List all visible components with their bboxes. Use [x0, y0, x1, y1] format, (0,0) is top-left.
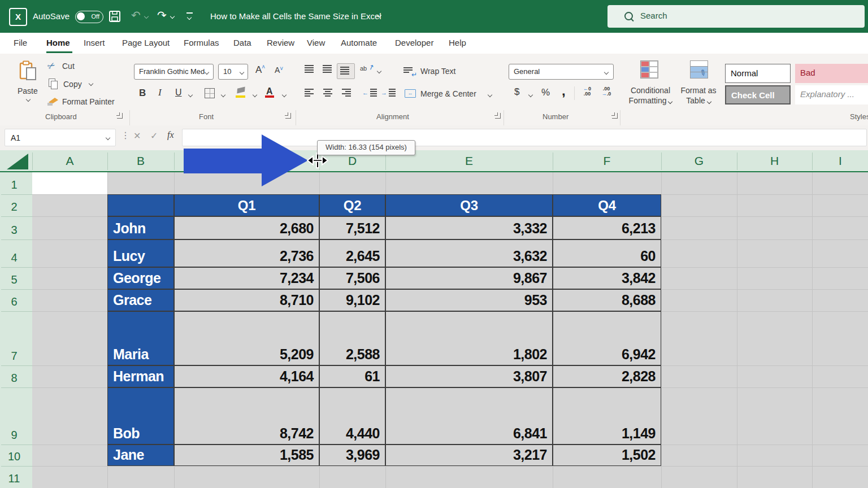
- cell-F10[interactable]: 1,502: [553, 445, 661, 466]
- cell-B8[interactable]: Herman: [107, 365, 174, 387]
- row-header-7[interactable]: 7: [0, 311, 28, 365]
- cell-C9[interactable]: 8,742: [174, 387, 319, 445]
- borders-icon[interactable]: [205, 88, 215, 98]
- cell-D6[interactable]: 9,102: [319, 289, 385, 311]
- align-left-icon[interactable]: [305, 89, 315, 97]
- cell-F7[interactable]: 6,942: [553, 311, 661, 365]
- alignment-dialog-launcher-icon[interactable]: [495, 113, 501, 119]
- copy-button[interactable]: Copy: [63, 80, 82, 89]
- select-all-button[interactable]: [7, 154, 28, 169]
- cell-E3[interactable]: 3,332: [385, 216, 553, 239]
- cancel-icon[interactable]: ✕: [133, 130, 141, 141]
- wrap-text-icon[interactable]: [403, 67, 414, 73]
- cell-C2[interactable]: Q1: [174, 194, 319, 216]
- cell-F9[interactable]: 1,149: [553, 387, 661, 445]
- column-header-F[interactable]: F: [553, 150, 661, 171]
- row-header-3[interactable]: 3: [0, 216, 28, 239]
- name-box[interactable]: A1: [5, 129, 116, 146]
- cell-F3[interactable]: 6,213: [553, 216, 661, 239]
- cell-C5[interactable]: 7,234: [174, 267, 319, 289]
- cell-B3[interactable]: John: [107, 216, 174, 239]
- row-header-8[interactable]: 8: [0, 365, 28, 387]
- column-header-A[interactable]: A: [32, 150, 107, 171]
- currency-button[interactable]: $: [514, 86, 519, 98]
- search-input[interactable]: Search: [607, 5, 865, 28]
- cell-C4[interactable]: 2,736: [174, 239, 319, 267]
- increase-decimal-icon[interactable]: ←0.00: [580, 86, 594, 97]
- bold-button[interactable]: B: [139, 88, 146, 99]
- increase-font-size-icon[interactable]: A˄: [255, 64, 265, 76]
- cell-E2[interactable]: Q3: [385, 194, 553, 216]
- tab-developer[interactable]: Developer: [395, 33, 433, 53]
- decrease-indent-icon[interactable]: [367, 89, 377, 97]
- cell-C3[interactable]: 2,680: [174, 216, 319, 239]
- conditional-formatting-button[interactable]: Conditional: [624, 86, 676, 95]
- row-header-9[interactable]: 9: [0, 387, 28, 445]
- paste-dropdown-icon[interactable]: [26, 97, 31, 102]
- column-header-B[interactable]: B: [107, 150, 174, 171]
- row-header-4[interactable]: 4: [0, 239, 28, 267]
- enter-icon[interactable]: ✓: [150, 130, 158, 141]
- percent-style-button[interactable]: %: [541, 87, 550, 98]
- cell-F8[interactable]: 2,828: [553, 365, 661, 387]
- cell-F2[interactable]: Q4: [553, 194, 661, 216]
- cell-B10[interactable]: Jane: [107, 445, 174, 466]
- tab-view[interactable]: View: [307, 33, 325, 53]
- underline-dropdown-icon[interactable]: [188, 93, 193, 97]
- tab-review[interactable]: Review: [267, 33, 294, 53]
- tab-home[interactable]: Home: [46, 33, 70, 53]
- cut-button[interactable]: Cut: [62, 62, 75, 71]
- fill-color-dropdown-icon[interactable]: [253, 93, 257, 97]
- cell-A1-active[interactable]: [32, 172, 107, 194]
- number-format-select[interactable]: General: [509, 64, 614, 80]
- cell-style-bad[interactable]: Bad: [795, 64, 868, 83]
- name-box-splitter-icon[interactable]: ⋮: [121, 130, 130, 141]
- middle-align-icon[interactable]: [323, 65, 333, 73]
- qat-customize-icon[interactable]: [186, 12, 193, 14]
- cell-E7[interactable]: 1,802: [385, 311, 553, 365]
- conditional-formatting-icon[interactable]: [640, 60, 658, 79]
- top-align-icon[interactable]: [305, 65, 315, 73]
- cell-style-check-cell[interactable]: Check Cell: [725, 85, 791, 104]
- cell-D7[interactable]: 2,588: [319, 311, 385, 365]
- orientation-dropdown-icon[interactable]: [377, 69, 381, 73]
- name-box-chevron-icon[interactable]: [106, 136, 110, 140]
- bottom-align-icon[interactable]: [340, 67, 350, 75]
- tab-page-layout[interactable]: Page Layout: [122, 33, 170, 53]
- cell-F4[interactable]: 60: [553, 239, 661, 267]
- cell-F5[interactable]: 3,842: [553, 267, 661, 289]
- row-header-10[interactable]: 10: [0, 445, 28, 466]
- cell-C8[interactable]: 4,164: [174, 365, 319, 387]
- cell-C7[interactable]: 5,209: [174, 311, 319, 365]
- cell-B9[interactable]: Bob: [107, 387, 174, 445]
- row-header-6[interactable]: 6: [0, 289, 28, 311]
- qat-customize-chevron-icon[interactable]: [187, 15, 192, 20]
- wrap-text-button[interactable]: Wrap Text: [420, 67, 456, 76]
- italic-button[interactable]: I: [158, 87, 162, 98]
- format-painter-button[interactable]: Format Painter: [62, 97, 115, 106]
- cell-D9[interactable]: 4,440: [319, 387, 385, 445]
- decrease-decimal-icon[interactable]: .00→.0: [599, 86, 614, 97]
- cell-D10[interactable]: 3,969: [319, 445, 385, 466]
- excel-app-icon[interactable]: X: [9, 8, 27, 26]
- merge-center-dropdown-icon[interactable]: [488, 93, 492, 97]
- cell-E4[interactable]: 3,632: [385, 239, 553, 267]
- cell-B6[interactable]: Grace: [107, 289, 174, 311]
- borders-dropdown-icon[interactable]: [221, 93, 225, 97]
- save-icon[interactable]: [108, 10, 121, 23]
- cell-D8[interactable]: 61: [319, 365, 385, 387]
- merge-center-button[interactable]: Merge & Center: [420, 89, 476, 98]
- cell-E10[interactable]: 3,217: [385, 445, 553, 466]
- fill-color-icon[interactable]: [237, 87, 245, 94]
- font-name-select[interactable]: Franklin Gothic Med: [134, 64, 214, 80]
- format-as-table-button[interactable]: Format as: [676, 86, 721, 95]
- redo-dropdown-icon[interactable]: [170, 14, 175, 19]
- cell-E6[interactable]: 953: [385, 289, 553, 311]
- row-header-2[interactable]: 2: [0, 194, 28, 216]
- cell-E5[interactable]: 9,867: [385, 267, 553, 289]
- cell-B5[interactable]: George: [107, 267, 174, 289]
- tab-file[interactable]: File: [14, 33, 27, 53]
- cell-D3[interactable]: 7,512: [319, 216, 385, 239]
- cell-E8[interactable]: 3,807: [385, 365, 553, 387]
- increase-indent-icon[interactable]: [385, 89, 396, 97]
